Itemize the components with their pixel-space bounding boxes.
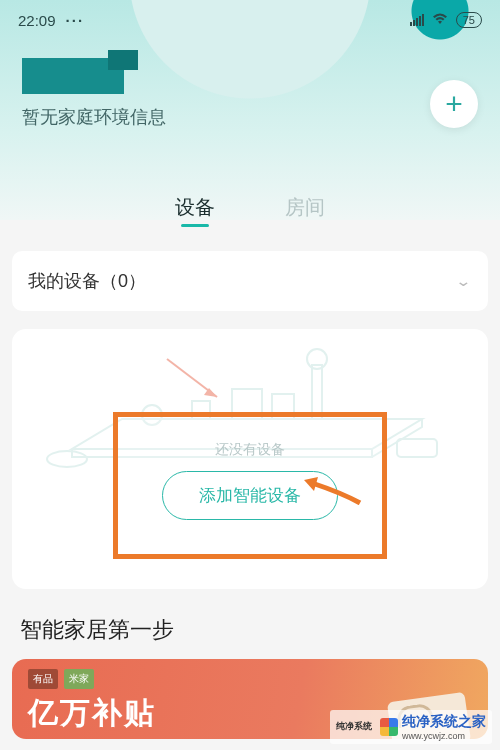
no-device-text: 还没有设备 <box>215 441 285 459</box>
status-bar: 22:09 ··· 75 <box>18 0 482 36</box>
my-devices-row[interactable]: 我的设备（0） ⌄ <box>12 251 488 311</box>
plus-icon: + <box>445 87 463 121</box>
wifi-icon <box>432 13 448 28</box>
main-tabs: 设备 房间 <box>0 194 500 241</box>
empty-devices-card: 还没有设备 添加智能设备 <box>12 329 488 589</box>
watermark: 纯净系统 纯净系统之家 www.ycwjz.com <box>330 710 492 744</box>
tutorial-highlight: 还没有设备 添加智能设备 <box>113 412 387 559</box>
status-more-dots: ··· <box>66 12 85 29</box>
chevron-down-icon: ⌄ <box>455 273 472 290</box>
battery-icon: 75 <box>456 12 482 28</box>
tab-devices[interactable]: 设备 <box>175 194 215 227</box>
my-devices-label: 我的设备（0） <box>28 269 146 293</box>
svg-rect-7 <box>397 439 437 457</box>
watermark-url: www.ycwjz.com <box>402 731 486 741</box>
svg-point-6 <box>47 451 87 467</box>
tab-rooms[interactable]: 房间 <box>285 194 325 227</box>
user-avatar-pixelated[interactable] <box>22 58 124 94</box>
status-time: 22:09 <box>18 12 56 29</box>
arrow-annotation <box>302 475 362 505</box>
svg-marker-10 <box>304 477 318 491</box>
watermark-text: 纯净系统之家 <box>402 713 486 731</box>
app-header: 22:09 ··· 75 暂无家庭环境信息 + <box>0 0 500 220</box>
smart-home-title: 智能家居第一步 <box>20 615 480 645</box>
watermark-logo-icon <box>380 718 398 736</box>
signal-icon <box>410 14 424 26</box>
promo-badges: 有品 米家 <box>28 669 472 689</box>
env-info-text: 暂无家庭环境信息 <box>22 105 166 129</box>
badge-mijia: 米家 <box>64 669 94 689</box>
svg-rect-4 <box>312 365 322 419</box>
status-right: 75 <box>410 12 482 28</box>
badge-youpin: 有品 <box>28 669 58 689</box>
add-button[interactable]: + <box>430 80 478 128</box>
watermark-leftlabel: 纯净系统 <box>336 722 372 732</box>
